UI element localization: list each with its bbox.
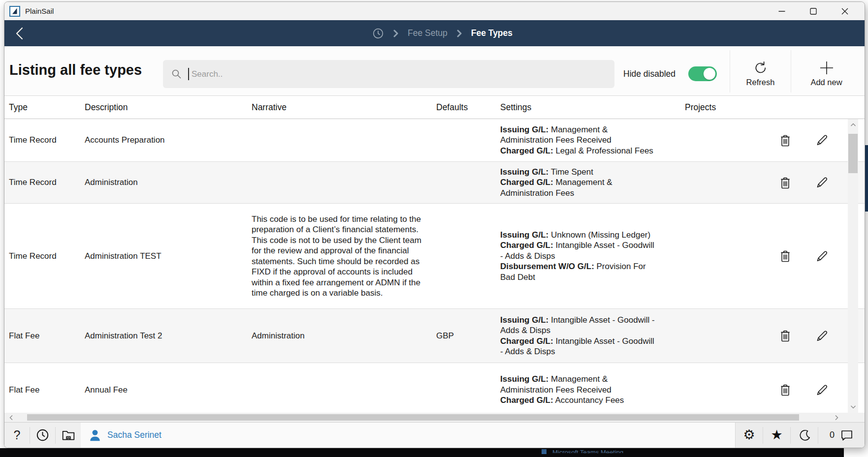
setting-label: Issuing G/L: xyxy=(500,125,548,134)
settings-cell: Issuing G/L: Intangible Asset - Goodwill… xyxy=(500,315,681,357)
close-button[interactable] xyxy=(829,2,861,20)
recents-button[interactable] xyxy=(30,426,55,445)
statusbar-right-group: ⚙ ★ 0 xyxy=(735,423,865,448)
scroll-right-arrow[interactable] xyxy=(832,413,841,422)
settings-cell: Issuing G/L: Management & Administration… xyxy=(500,374,681,406)
pencil-icon xyxy=(815,329,829,343)
hide-disabled-label: Hide disabled xyxy=(623,69,675,79)
vertical-scrollbar-thumb[interactable] xyxy=(848,134,858,173)
edit-button[interactable] xyxy=(815,175,829,190)
background-window-text: Microsoft Teams Meeting xyxy=(552,449,623,453)
setting-label: Charged G/L: xyxy=(500,336,553,346)
back-button[interactable] xyxy=(9,20,31,46)
setting-label: Disbursement W/O G/L: xyxy=(500,262,594,271)
chevron-left-icon xyxy=(9,415,13,421)
theme-toggle-button[interactable] xyxy=(791,426,818,445)
setting-label: Issuing G/L: xyxy=(500,315,548,325)
breadcrumb: Fee Setup Fee Types xyxy=(372,28,513,39)
narrative-cell: This code is to be used for time relatin… xyxy=(252,214,436,299)
app-logo-icon xyxy=(9,6,20,17)
window-controls xyxy=(766,2,861,20)
delete-button[interactable] xyxy=(778,383,792,397)
narrative-cell: Administration xyxy=(252,331,436,341)
table-body: Time Record Accounts Preparation Issuing… xyxy=(4,119,865,413)
delete-button[interactable] xyxy=(778,249,792,264)
edit-button[interactable] xyxy=(815,329,829,343)
type-cell: Flat Fee xyxy=(9,331,85,341)
search-placeholder: Search.. xyxy=(192,69,223,79)
vertical-scrollbar[interactable] xyxy=(848,119,858,413)
setting-value: Unknown (Missing Ledger) xyxy=(551,230,650,240)
text-caret xyxy=(188,68,189,80)
pencil-icon xyxy=(815,249,829,263)
minimize-button[interactable] xyxy=(766,2,798,20)
type-cell: Time Record xyxy=(9,251,85,261)
scroll-up-arrow[interactable] xyxy=(848,120,858,130)
column-header-projects: Projects xyxy=(681,102,769,113)
column-header-type: Type xyxy=(9,102,85,113)
hide-disabled-toggle[interactable] xyxy=(688,66,717,81)
trash-icon xyxy=(779,176,792,190)
horizontal-scrollbar[interactable] xyxy=(4,413,865,422)
defaults-cell: GBP xyxy=(436,331,500,341)
pencil-icon xyxy=(815,133,829,147)
setting-label: Charged G/L: xyxy=(500,178,553,187)
table-row: Flat Fee Administration Test 2 Administr… xyxy=(4,309,865,363)
edit-button[interactable] xyxy=(815,249,829,264)
saved-items-button[interactable] xyxy=(56,426,81,445)
settings-button[interactable]: ⚙ xyxy=(736,426,763,445)
help-icon: ? xyxy=(14,428,21,442)
folder-icon xyxy=(62,429,75,442)
close-icon xyxy=(840,7,849,16)
refresh-button[interactable]: Refresh xyxy=(730,50,791,92)
setting-label: Charged G/L: xyxy=(500,146,553,155)
setting-value: Legal & Professional Fees xyxy=(555,146,653,155)
maximize-icon xyxy=(809,7,818,16)
notifications-button[interactable]: 0 xyxy=(818,426,865,445)
search-input[interactable]: Search.. xyxy=(163,60,614,88)
setting-label: Charged G/L: xyxy=(500,396,553,405)
star-icon: ★ xyxy=(771,428,782,442)
delete-button[interactable] xyxy=(778,133,792,148)
edit-button[interactable] xyxy=(815,133,829,148)
setting-label: Issuing G/L: xyxy=(500,374,548,384)
navbar: Fee Setup Fee Types xyxy=(4,20,865,46)
breadcrumb-item-fee-setup[interactable]: Fee Setup xyxy=(408,28,448,38)
settings-cell: Issuing G/L: Management & Administration… xyxy=(500,124,681,156)
description-cell: Administration xyxy=(85,178,252,187)
recents-clock-icon[interactable] xyxy=(372,28,384,39)
breadcrumb-item-fee-types: Fee Types xyxy=(471,28,513,38)
breadcrumb-separator-icon xyxy=(457,30,462,37)
favorites-button[interactable]: ★ xyxy=(763,426,790,445)
trash-icon xyxy=(779,249,792,263)
add-new-label: Add new xyxy=(810,78,842,87)
scroll-left-arrow[interactable] xyxy=(6,413,16,422)
setting-label: Issuing G/L: xyxy=(500,230,548,240)
table-row: Flat Fee Annual Fee Issuing G/L: Managem… xyxy=(4,363,865,413)
trash-icon xyxy=(779,329,792,343)
app-title: PlainSail xyxy=(25,7,54,15)
horizontal-scrollbar-thumb[interactable] xyxy=(27,414,799,421)
edit-button[interactable] xyxy=(815,383,829,397)
settings-cell: Issuing G/L: Unknown (Missing Ledger) Ch… xyxy=(500,230,681,283)
pencil-icon xyxy=(815,176,829,189)
help-button[interactable]: ? xyxy=(4,426,30,445)
setting-value: Time Spent xyxy=(551,167,593,177)
setting-value: Accountancy Fees xyxy=(555,396,624,405)
delete-button[interactable] xyxy=(778,329,792,343)
description-cell: Accounts Preparation xyxy=(85,135,252,145)
table-row: Time Record Administration Issuing G/L: … xyxy=(4,162,865,204)
column-header-settings: Settings xyxy=(500,102,681,113)
user-name: Sacha Serinet xyxy=(107,430,161,440)
gear-icon: ⚙ xyxy=(743,428,755,442)
column-header-description: Description xyxy=(85,102,252,113)
search-icon xyxy=(171,68,182,80)
user-button[interactable]: Sacha Serinet xyxy=(81,423,735,448)
description-cell: Administration Test 2 xyxy=(85,331,252,341)
add-new-button[interactable]: Add new xyxy=(791,50,862,92)
scroll-down-arrow[interactable] xyxy=(848,402,858,412)
maximize-button[interactable] xyxy=(798,2,829,20)
delete-button[interactable] xyxy=(778,175,792,190)
setting-label: Charged G/L: xyxy=(500,241,553,250)
page-title: Listing all fee types xyxy=(9,62,142,78)
